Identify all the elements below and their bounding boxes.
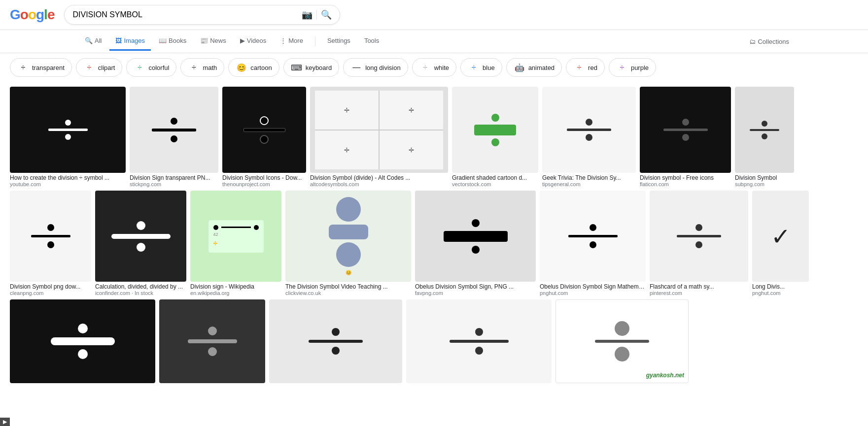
image-caption: Division Sign transparent PN... stickpng… <box>130 173 218 189</box>
image-caption: Obelus Division Symbol Sign, PNG ... fav… <box>415 282 536 297</box>
books-icon: 📖 <box>159 37 167 44</box>
more-icon: ⋮ <box>280 37 286 44</box>
image-caption: Calculation, divided, divided by ... ico… <box>95 282 186 297</box>
collections-icon: 🗂 <box>749 38 756 45</box>
image-item[interactable]: ÷ ÷ ÷ ÷ Division Symbol (divide) - Alt C… <box>310 87 448 189</box>
tab-all[interactable]: 🔍 All <box>79 32 107 51</box>
image-item[interactable]: Division Symbol png dow... cleanpng.com <box>10 191 91 297</box>
filter-icon-transparent: ÷ <box>17 62 29 73</box>
collections-button[interactable]: 🗂 Collections <box>749 38 789 45</box>
image-caption: Obelus Division Symbol Sign Mathemati...… <box>540 282 646 297</box>
filter-clipart[interactable]: ÷ clipart <box>76 58 123 77</box>
image-caption: Division symbol - Free icons flaticon.co… <box>640 173 731 189</box>
tab-news[interactable]: 📰 News <box>194 32 232 51</box>
image-item[interactable]: Geek Trivia: The Division Sy... tipsgene… <box>542 87 636 189</box>
image-caption: Division Symbol subpng.com <box>735 173 794 189</box>
filter-icon-red: ÷ <box>573 62 585 73</box>
image-caption: How to create the division ÷ symbol ... … <box>10 173 126 189</box>
settings-link[interactable]: Settings <box>321 32 356 51</box>
image-item[interactable] <box>406 299 552 383</box>
image-item[interactable]: ✓ Long Divis... pnghut.com <box>752 191 809 297</box>
images-icon: 🖼 <box>115 37 122 44</box>
tools-link[interactable]: Tools <box>358 32 385 51</box>
filter-math[interactable]: ÷ math <box>180 58 224 77</box>
image-caption: Flashcard of a math sy... pinterest.com <box>650 282 748 297</box>
image-item[interactable]: Flashcard of a math sy... pinterest.com <box>650 191 748 297</box>
image-row-3: gyankosh.net <box>10 299 858 383</box>
image-item[interactable] <box>159 299 265 383</box>
tab-books[interactable]: 📖 Books <box>153 32 192 51</box>
image-caption: The Division Symbol Video Teaching ... c… <box>285 282 411 297</box>
nav-divider <box>315 36 315 46</box>
filter-purple[interactable]: ÷ purple <box>609 58 656 77</box>
filter-icon-purple: ÷ <box>616 62 628 73</box>
filter-red[interactable]: ÷ red <box>566 58 605 77</box>
filter-animated[interactable]: 🤖 animated <box>506 58 562 77</box>
image-caption: Division Symbol (divide) - Alt Codes ...… <box>310 173 448 189</box>
image-item[interactable]: Division Sign transparent PN... stickpng… <box>130 87 218 189</box>
image-item[interactable]: Gradient shaded cartoon d... vectorstock… <box>452 87 538 189</box>
news-icon: 📰 <box>200 37 208 44</box>
image-item[interactable]: Division symbol - Free icons flaticon.co… <box>640 87 731 189</box>
division-sign-wikipedia-title: Division sign - Wikipedia <box>190 283 281 290</box>
image-item[interactable] <box>10 299 155 383</box>
filter-colorful[interactable]: ÷ colorful <box>126 58 176 77</box>
filter-icon-long-division: — <box>350 62 362 73</box>
image-item[interactable]: 😊 The Division Symbol Video Teaching ...… <box>285 191 411 297</box>
image-caption: Long Divis... pnghut.com <box>752 282 809 297</box>
image-item[interactable]: Obelus Division Symbol Sign Mathemati...… <box>540 191 646 297</box>
filter-white[interactable]: ÷ white <box>412 58 456 77</box>
filter-cartoon[interactable]: 😊 cartoon <box>228 58 279 77</box>
image-item[interactable]: Division Symbol subpng.com <box>735 87 794 189</box>
filter-icon-keyboard: ⌨ <box>291 62 303 73</box>
tab-videos[interactable]: ▶ Videos <box>234 32 273 51</box>
filter-icon-cartoon: 😊 <box>236 62 247 73</box>
filter-blue[interactable]: ÷ blue <box>460 58 502 77</box>
image-caption: Geek Trivia: The Division Sy... tipsgene… <box>542 173 636 189</box>
filter-icon-math: ÷ <box>188 62 200 73</box>
image-item[interactable]: Division Symbol Icons - Dow... thenounpr… <box>222 87 306 189</box>
filter-icon-clipart: ÷ <box>83 62 95 73</box>
filter-transparent[interactable]: ÷ transparent <box>10 58 72 77</box>
image-item[interactable] <box>269 299 402 383</box>
image-caption: Division Symbol png dow... cleanpng.com <box>10 282 91 297</box>
image-item[interactable]: 42 ÷ Division sign - Wikipedia en.wikipe… <box>190 191 281 297</box>
image-caption: Division sign - Wikipedia en.wikipedia.o… <box>190 282 281 297</box>
image-grid: ▶ How to create the division ÷ symbol ..… <box>0 82 868 390</box>
camera-icon[interactable]: 📷 <box>302 9 312 20</box>
tab-images[interactable]: 🖼 Images <box>109 32 151 51</box>
search-input[interactable] <box>72 10 297 19</box>
image-item[interactable]: gyankosh.net <box>556 299 689 383</box>
all-icon: 🔍 <box>85 37 93 44</box>
filter-icon-white: ÷ <box>419 62 431 73</box>
tab-more[interactable]: ⋮ More <box>274 32 309 51</box>
filter-bar: ÷ transparent ÷ clipart ÷ colorful ÷ mat… <box>0 53 868 82</box>
filter-icon-animated: 🤖 <box>514 62 525 73</box>
filter-long-division[interactable]: — long division <box>343 58 408 77</box>
image-row-1: ▶ How to create the division ÷ symbol ..… <box>10 87 858 189</box>
search-button[interactable]: 🔍 <box>321 9 332 20</box>
filter-keyboard[interactable]: ⌨ keyboard <box>283 58 339 77</box>
search-bar: 📷 🔍 <box>64 5 340 25</box>
image-caption: Gradient shaded cartoon d... vectorstock… <box>452 173 538 189</box>
image-row-2: Division Symbol png dow... cleanpng.com … <box>10 191 858 297</box>
videos-icon: ▶ <box>240 37 245 44</box>
image-item[interactable]: ▶ How to create the division ÷ symbol ..… <box>10 87 126 189</box>
filter-icon-colorful: ÷ <box>134 62 145 73</box>
image-item[interactable]: Obelus Division Symbol Sign, PNG ... fav… <box>415 191 536 297</box>
divider <box>316 10 317 20</box>
google-logo: Google <box>10 7 54 23</box>
nav-tabs: 🔍 All 🖼 Images 📖 Books 📰 News ▶ Videos ⋮… <box>0 30 868 53</box>
image-item[interactable]: Calculation, divided, divided by ... ico… <box>95 191 186 297</box>
header: Google 📷 🔍 <box>0 0 868 30</box>
filter-icon-blue: ÷ <box>468 62 480 73</box>
image-caption: Division Symbol Icons - Dow... thenounpr… <box>222 173 306 189</box>
